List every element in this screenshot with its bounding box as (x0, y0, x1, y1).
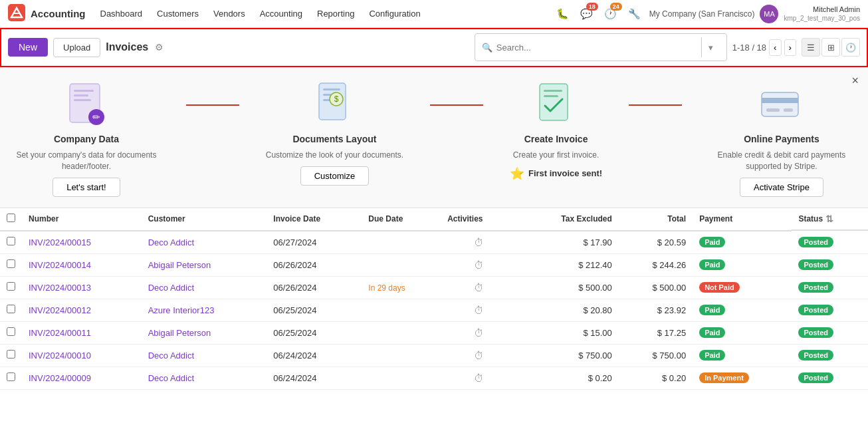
table-row[interactable]: INV/2024/00012 Azure Interior123 06/25/2… (0, 299, 868, 321)
step-online-payments-title: Online Payments (744, 134, 819, 144)
invoice-number[interactable]: INV/2024/00014 (22, 253, 142, 276)
customer-name[interactable]: Deco Addict (142, 366, 267, 389)
close-banner-button[interactable]: × (851, 74, 859, 88)
connector-2 (430, 104, 483, 106)
activities-cell[interactable]: ⏱ (441, 276, 518, 299)
gear-icon[interactable]: ⚙ (155, 42, 163, 53)
svg-rect-16 (544, 90, 562, 92)
invoice-number[interactable]: INV/2024/00010 (22, 344, 142, 366)
row-checkbox-cell[interactable] (0, 276, 22, 299)
th-status: Status ⇅ (792, 208, 868, 231)
nav-logo (8, 4, 25, 23)
row-checkbox-cell[interactable] (0, 321, 22, 344)
new-button[interactable]: New (8, 38, 48, 57)
table-row[interactable]: INV/2024/00011 Abigail Peterson 06/25/20… (0, 321, 868, 344)
settings-icon-button[interactable]: 🔧 (625, 5, 644, 23)
svg-rect-10 (323, 88, 340, 90)
nav-item-configuration[interactable]: Configuration (362, 5, 427, 23)
nav-item-dashboard[interactable]: Dashboard (94, 5, 150, 23)
customer-name[interactable]: Azure Interior123 (142, 299, 267, 321)
nav-user-name: Mitchell Admin (784, 5, 860, 14)
customer-name[interactable]: Abigail Peterson (142, 321, 267, 344)
activities-cell[interactable]: ⏱ (441, 299, 518, 321)
lets-start-button[interactable]: Let's start! (53, 178, 120, 197)
tax-excluded-amount: $ 20.80 (518, 299, 619, 321)
row-checkbox[interactable] (7, 305, 15, 313)
invoice-number[interactable]: INV/2024/00012 (22, 299, 142, 321)
step-create-invoice-desc: Create your first invoice. (513, 150, 599, 161)
row-checkbox-cell[interactable] (0, 344, 22, 366)
activities-cell[interactable]: ⏱ (441, 231, 518, 254)
clock-view-button[interactable]: 🕐 (841, 38, 860, 57)
activity-clock-icon: ⏱ (474, 327, 484, 339)
row-checkbox-cell[interactable] (0, 366, 22, 389)
th-total: Total (619, 208, 693, 231)
payment-badge: Paid (699, 305, 725, 315)
row-checkbox[interactable] (7, 350, 15, 359)
nav-user-info: Mitchell Admin kmp_2_test_may_30_pos (784, 5, 860, 23)
th-tax-excluded: Tax Excluded (518, 208, 619, 231)
payment-badge: Not Paid (699, 282, 740, 293)
nav-item-vendors[interactable]: Vendors (207, 5, 252, 23)
next-page-button[interactable]: › (784, 39, 796, 56)
list-view-button[interactable]: ☰ (802, 38, 820, 57)
upload-button[interactable]: Upload (53, 38, 100, 57)
select-all-header[interactable] (0, 208, 22, 231)
invoice-number[interactable]: INV/2024/00015 (22, 231, 142, 254)
customer-name[interactable]: Deco Addict (142, 231, 267, 254)
customize-button[interactable]: Customize (300, 166, 369, 186)
nav-item-customers[interactable]: Customers (150, 5, 205, 23)
total-amount: $ 20.59 (619, 231, 693, 254)
customer-name[interactable]: Abigail Peterson (142, 253, 267, 276)
clock-icon-button[interactable]: 🕐 24 (601, 5, 620, 23)
connector-3 (629, 104, 682, 106)
first-invoice-sent: ⭐ First invoice sent! (510, 166, 602, 181)
total-amount: $ 244.26 (619, 253, 693, 276)
table-row[interactable]: INV/2024/00014 Abigail Peterson 06/26/20… (0, 253, 868, 276)
customer-name[interactable]: Deco Addict (142, 276, 267, 299)
table-row[interactable]: INV/2024/00013 Deco Addict 06/26/2024 In… (0, 276, 868, 299)
select-all-checkbox[interactable] (7, 214, 15, 222)
row-checkbox[interactable] (7, 372, 15, 381)
invoice-number[interactable]: INV/2024/00011 (22, 321, 142, 344)
step-documents-layout-title: Documents Layout (292, 134, 376, 144)
due-date: In 29 days (362, 276, 441, 299)
table-row[interactable]: INV/2024/00009 Deco Addict 06/24/2024 ⏱ … (0, 366, 868, 389)
messages-icon-button[interactable]: 💬 18 (578, 5, 596, 23)
activate-stripe-button[interactable]: Activate Stripe (740, 178, 823, 197)
kanban-view-button[interactable]: ⊞ (821, 38, 840, 57)
search-dropdown-arrow[interactable]: ▾ (701, 37, 720, 57)
table-row[interactable]: INV/2024/00010 Deco Addict 06/24/2024 ⏱ … (0, 344, 868, 366)
customer-name[interactable]: Deco Addict (142, 344, 267, 366)
row-checkbox[interactable] (7, 327, 15, 336)
invoice-date: 06/25/2024 (267, 321, 362, 344)
activities-cell[interactable]: ⏱ (441, 344, 518, 366)
filter-icon[interactable]: ⇅ (825, 214, 833, 224)
payment-status-cell: Paid (693, 253, 792, 276)
row-checkbox-cell[interactable] (0, 253, 22, 276)
pagination: 1-18 / 18 ‹ › (732, 39, 796, 56)
th-activities: Activities (441, 208, 518, 231)
nav-item-reporting[interactable]: Reporting (310, 5, 361, 23)
page-title: Invoices (106, 41, 148, 53)
bug-icon-button[interactable]: 🐛 (554, 5, 572, 23)
row-checkbox[interactable] (7, 282, 15, 291)
payment-status-cell: Paid (693, 231, 792, 254)
table-row[interactable]: INV/2024/00015 Deco Addict 06/27/2024 ⏱ … (0, 231, 868, 254)
row-checkbox-cell[interactable] (0, 231, 22, 254)
row-checkbox[interactable] (7, 237, 15, 245)
row-checkbox-cell[interactable] (0, 299, 22, 321)
svg-rect-17 (544, 95, 558, 97)
onboarding-banner: × ✏ Company Data Set your company's data… (0, 67, 868, 208)
nav-item-accounting[interactable]: Accounting (253, 5, 309, 23)
prev-page-button[interactable]: ‹ (769, 39, 781, 56)
nav-avatar[interactable]: MA (760, 5, 778, 23)
row-checkbox[interactable] (7, 259, 15, 268)
search-input[interactable] (496, 43, 697, 53)
invoice-number[interactable]: INV/2024/00009 (22, 366, 142, 389)
activities-cell[interactable]: ⏱ (441, 321, 518, 344)
activities-cell[interactable]: ⏱ (441, 366, 518, 389)
tax-excluded-amount: $ 0.20 (518, 366, 619, 389)
invoice-number[interactable]: INV/2024/00013 (22, 276, 142, 299)
activities-cell[interactable]: ⏱ (441, 253, 518, 276)
